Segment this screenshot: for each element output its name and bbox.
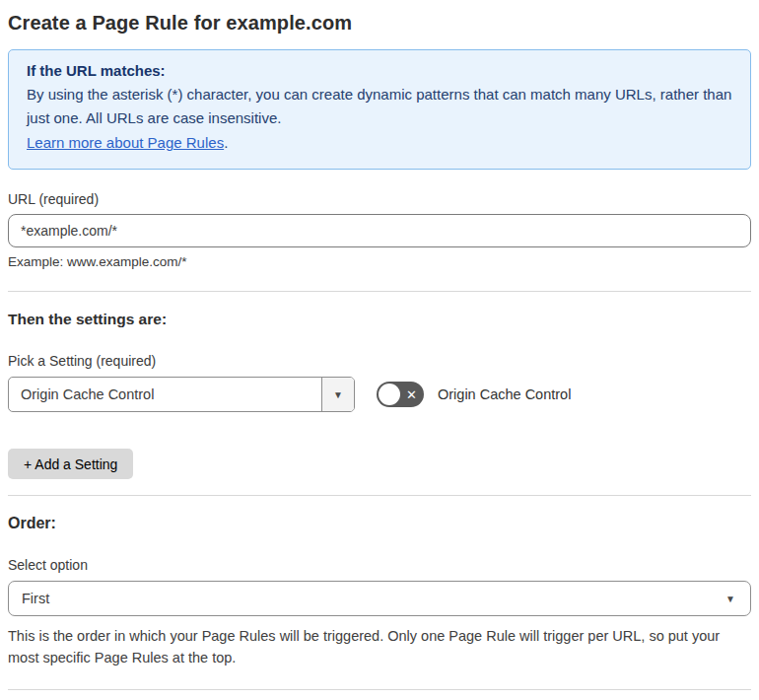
divider bbox=[8, 495, 751, 496]
origin-cache-control-toggle[interactable]: ✕ bbox=[377, 382, 424, 407]
chevron-down-icon: ▼ bbox=[333, 389, 343, 400]
settings-section-heading: Then the settings are: bbox=[8, 311, 751, 328]
order-select-label: Select option bbox=[8, 557, 751, 573]
create-page-rule-form: Create a Page Rule for example.com If th… bbox=[0, 0, 759, 700]
divider bbox=[8, 689, 751, 690]
learn-more-link[interactable]: Learn more about Page Rules bbox=[27, 134, 224, 151]
page-title: Create a Page Rule for example.com bbox=[8, 12, 751, 35]
setting-select-value: Origin Cache Control bbox=[9, 378, 321, 411]
url-input[interactable] bbox=[8, 214, 751, 247]
url-field-label: URL (required) bbox=[8, 191, 751, 207]
info-link-suffix: . bbox=[224, 134, 228, 151]
order-select[interactable]: First ▼ bbox=[8, 581, 751, 616]
info-link-line: Learn more about Page Rules. bbox=[27, 131, 732, 155]
info-box-body: By using the asterisk (*) character, you… bbox=[27, 83, 732, 130]
toggle-off-x-icon: ✕ bbox=[406, 388, 417, 401]
info-box-heading: If the URL matches: bbox=[27, 62, 732, 79]
order-helper-text: This is the order in which your Page Rul… bbox=[8, 625, 749, 668]
chevron-down-icon: ▼ bbox=[725, 594, 735, 604]
pick-setting-label: Pick a Setting (required) bbox=[8, 353, 751, 369]
toggle-label: Origin Cache Control bbox=[438, 386, 571, 402]
url-example-helper: Example: www.example.com/* bbox=[8, 254, 751, 269]
order-section-heading: Order: bbox=[8, 515, 751, 532]
order-select-value: First bbox=[22, 591, 49, 606]
setting-row: Origin Cache Control ▼ ✕ Origin Cache Co… bbox=[8, 377, 751, 412]
add-setting-button[interactable]: + Add a Setting bbox=[8, 449, 133, 479]
url-match-info-box: If the URL matches: By using the asteris… bbox=[8, 49, 751, 170]
setting-select-arrow-button[interactable]: ▼ bbox=[321, 378, 354, 411]
divider bbox=[8, 291, 751, 292]
toggle-knob bbox=[379, 384, 400, 405]
setting-select[interactable]: Origin Cache Control ▼ bbox=[8, 377, 355, 412]
